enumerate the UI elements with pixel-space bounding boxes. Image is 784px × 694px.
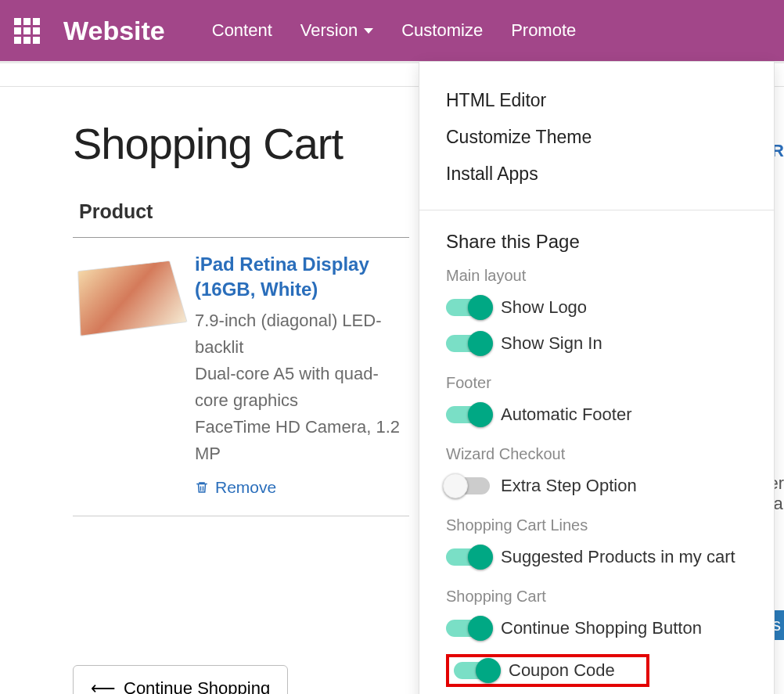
toggle-row-auto-footer: Automatic Footer bbox=[446, 397, 747, 433]
toggle-coupon-code[interactable] bbox=[454, 662, 498, 679]
toggle-continue-shopping-btn[interactable] bbox=[446, 620, 490, 637]
toggle-label: Show Logo bbox=[501, 297, 587, 318]
customize-dropdown: HTML Editor Customize Theme Install Apps… bbox=[419, 61, 775, 694]
toggle-row-coupon-code: Coupon Code bbox=[446, 646, 747, 694]
dropdown-section-options: Share this Page Main layout Show Logo Sh… bbox=[419, 210, 774, 694]
product-description: 7.9-inch (diagonal) LED-backlit Dual-cor… bbox=[195, 307, 409, 468]
group-label-cart-lines: Shopping Cart Lines bbox=[446, 504, 747, 539]
toggle-label: Continue Shopping Button bbox=[501, 618, 702, 638]
continue-shopping-button[interactable]: ⟵ Continue Shopping bbox=[73, 665, 288, 694]
menu-install-apps[interactable]: Install Apps bbox=[446, 156, 747, 192]
toggle-label: Extra Step Option bbox=[501, 476, 637, 496]
toggle-row-suggested: Suggested Products in my cart bbox=[446, 539, 747, 575]
product-info: iPad Retina Display (16GB, White) 7.9-in… bbox=[195, 252, 409, 498]
toggle-auto-footer[interactable] bbox=[446, 406, 490, 423]
arrow-left-icon: ⟵ bbox=[91, 678, 116, 694]
toggle-show-signin[interactable] bbox=[446, 335, 490, 352]
nav-version[interactable]: Version bbox=[300, 20, 373, 41]
dropdown-section-tools: HTML Editor Customize Theme Install Apps bbox=[419, 62, 774, 199]
nav-content[interactable]: Content bbox=[212, 20, 272, 41]
toggle-label: Coupon Code bbox=[509, 660, 615, 681]
group-label-main-layout: Main layout bbox=[446, 254, 747, 289]
trash-icon bbox=[195, 480, 209, 495]
top-nav: Content Version Customize Promote bbox=[212, 20, 577, 41]
nav-version-label: Version bbox=[300, 20, 358, 41]
remove-label: Remove bbox=[215, 478, 276, 497]
toggle-label: Automatic Footer bbox=[501, 405, 632, 425]
caret-down-icon bbox=[364, 28, 373, 34]
group-label-footer: Footer bbox=[446, 361, 747, 397]
remove-item-link[interactable]: Remove bbox=[195, 478, 276, 497]
toggle-label: Suggested Products in my cart bbox=[501, 547, 735, 567]
toggle-extra-step[interactable] bbox=[446, 477, 490, 494]
menu-html-editor[interactable]: HTML Editor bbox=[446, 82, 747, 119]
toggle-label: Show Sign In bbox=[501, 333, 602, 354]
product-name-link[interactable]: iPad Retina Display (16GB, White) bbox=[195, 252, 409, 303]
toggle-row-continue-btn: Continue Shopping Button bbox=[446, 610, 747, 646]
highlight-box: Coupon Code bbox=[446, 654, 649, 687]
column-header-product: Product bbox=[73, 200, 409, 238]
menu-customize-theme[interactable]: Customize Theme bbox=[446, 119, 747, 156]
share-page-title: Share this Page bbox=[446, 231, 747, 254]
top-bar: Website Content Version Customize Promot… bbox=[0, 0, 784, 61]
group-label-cart: Shopping Cart bbox=[446, 575, 747, 610]
toggle-row-extra-step: Extra Step Option bbox=[446, 468, 747, 504]
nav-customize[interactable]: Customize bbox=[401, 20, 483, 41]
toggle-suggested-products[interactable] bbox=[446, 548, 490, 566]
toggle-row-show-logo: Show Logo bbox=[446, 289, 747, 325]
group-label-wizard: Wizard Checkout bbox=[446, 433, 747, 468]
cart-line-item: iPad Retina Display (16GB, White) 7.9-in… bbox=[73, 238, 409, 516]
product-thumbnail[interactable] bbox=[77, 261, 187, 336]
apps-grid-icon[interactable] bbox=[14, 18, 40, 44]
toggle-show-logo[interactable] bbox=[446, 299, 490, 316]
app-brand[interactable]: Website bbox=[63, 16, 165, 46]
nav-promote[interactable]: Promote bbox=[511, 20, 576, 41]
continue-label: Continue Shopping bbox=[124, 678, 270, 694]
toggle-row-show-signin: Show Sign In bbox=[446, 325, 747, 361]
